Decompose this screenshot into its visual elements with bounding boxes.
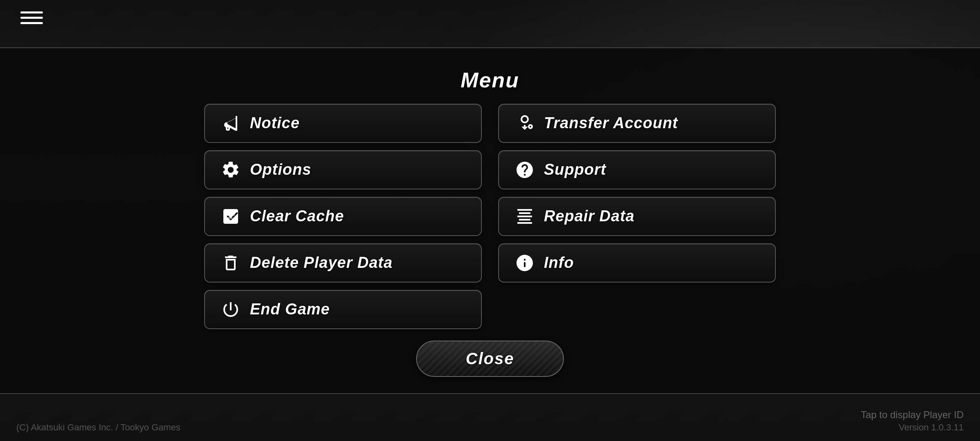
support-button[interactable]: Support [498, 150, 776, 189]
transfer-account-button[interactable]: Transfer Account [498, 104, 776, 143]
clear-cache-label: Clear Cache [250, 207, 344, 225]
hamburger-line-1 [20, 11, 43, 13]
megaphone-icon [219, 114, 242, 133]
footer-version: Version 1.0.3.11 [899, 422, 964, 433]
options-button[interactable]: Options [204, 150, 482, 189]
hamburger-menu-button[interactable] [20, 11, 43, 24]
end-game-label: End Game [250, 301, 330, 318]
hamburger-line-2 [20, 17, 43, 19]
repair-data-label: Repair Data [544, 207, 635, 225]
menu-grid: Notice Transfer Account Options [204, 104, 776, 329]
notice-label: Notice [250, 114, 300, 132]
menu-title-bar: Menu [0, 60, 980, 100]
clear-cache-button[interactable]: Clear Cache [204, 197, 482, 236]
menu-title: Menu [461, 68, 519, 92]
support-label: Support [544, 161, 606, 178]
notice-button[interactable]: Notice [204, 104, 482, 143]
options-label: Options [250, 161, 312, 178]
info-button[interactable]: Info [498, 243, 776, 283]
close-button[interactable]: Close [416, 341, 564, 377]
delete-player-data-label: Delete Player Data [250, 254, 393, 272]
hamburger-line-3 [20, 22, 43, 24]
info-label: Info [544, 254, 574, 272]
repair-icon [513, 207, 536, 226]
info-icon [513, 253, 536, 273]
repair-data-button[interactable]: Repair Data [498, 197, 776, 236]
close-button-row: Close [204, 341, 776, 377]
gear-icon [219, 160, 242, 180]
delete-player-data-button[interactable]: Delete Player Data [204, 243, 482, 283]
cache-icon [219, 207, 242, 226]
footer-copyright: (C) Akatsuki Games Inc. / Tookyo Games [16, 422, 180, 433]
footer-tap-player-id[interactable]: Tap to display Player ID [861, 409, 964, 421]
transfer-icon [513, 114, 536, 133]
question-icon [513, 160, 536, 180]
trash-icon [219, 253, 242, 273]
menu-modal-overlay: Menu Notice Transfer Acco [0, 0, 980, 441]
power-icon [219, 300, 242, 319]
transfer-account-label: Transfer Account [544, 114, 678, 132]
end-game-button[interactable]: End Game [204, 290, 482, 329]
menu-panel: Menu Notice Transfer Acco [0, 47, 980, 394]
